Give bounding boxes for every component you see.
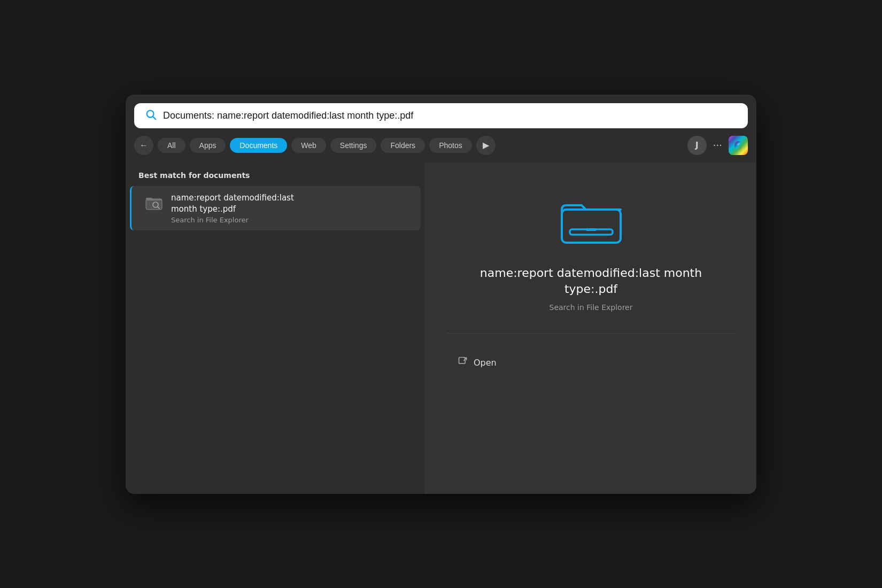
result-item-icon [144,194,164,213]
left-panel: Best match for documents name:report dat… [126,163,425,494]
more-icon: ▶ [483,140,489,150]
spotlight-window: ← All Apps Documents Web Settings Folder… [126,95,756,494]
user-initial-label: J [695,140,699,150]
back-icon: ← [140,141,148,150]
filter-settings[interactable]: Settings [330,138,377,153]
divider [447,333,735,334]
back-button[interactable]: ← [134,136,153,155]
search-icon [145,109,157,123]
ellipsis-button[interactable]: ··· [711,140,724,151]
filter-bar: ← All Apps Documents Web Settings Folder… [126,128,756,163]
search-input[interactable] [163,110,737,121]
filter-documents[interactable]: Documents [230,138,287,153]
right-panel: name:report datemodified:last month type… [425,163,756,494]
search-bar [134,103,748,128]
open-button[interactable]: Open [447,351,507,374]
filter-all[interactable]: All [158,138,185,153]
preview-icon [559,195,623,250]
open-external-icon [458,356,468,369]
svg-rect-7 [586,228,597,231]
main-content: Best match for documents name:report dat… [126,163,756,494]
result-item[interactable]: name:report datemodified:last month type… [130,186,421,230]
result-item-text: name:report datemodified:last month type… [171,192,408,224]
result-subtitle: Search in File Explorer [171,216,408,224]
more-filters-button[interactable]: ▶ [476,136,496,155]
preview-title: name:report datemodified:last month type… [480,265,702,298]
user-initial-button[interactable]: J [687,136,707,155]
filter-web[interactable]: Web [291,138,326,153]
filter-folders[interactable]: Folders [381,138,425,153]
svg-rect-5 [562,210,621,243]
open-label: Open [474,358,497,368]
section-label: Best match for documents [126,167,425,186]
copilot-icon[interactable] [729,136,748,155]
filter-apps[interactable]: Apps [190,138,226,153]
filter-photos[interactable]: Photos [429,138,472,153]
svg-line-1 [153,117,156,119]
preview-subtitle: Search in File Explorer [550,303,633,312]
result-title: name:report datemodified:last month type… [171,192,408,215]
